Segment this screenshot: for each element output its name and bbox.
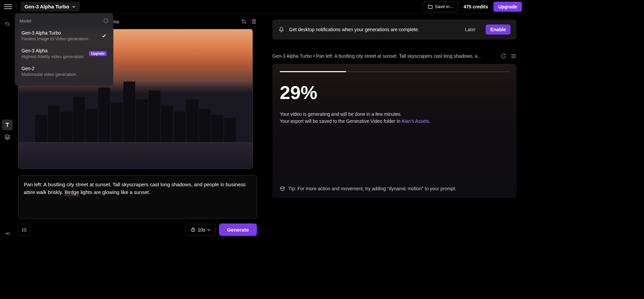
graduation-cap-icon bbox=[280, 186, 285, 191]
svg-rect-2 bbox=[511, 54, 516, 55]
model-option-gen2[interactable]: Gen-2 Multimodal video generation. bbox=[19, 63, 109, 80]
upgrade-button[interactable]: Upgrade bbox=[493, 2, 522, 12]
tip-row: Tip: For more action and movement, try a… bbox=[280, 186, 456, 191]
undo-button[interactable] bbox=[2, 19, 13, 30]
tip-text: Tip: For more action and movement, try a… bbox=[288, 186, 456, 191]
refresh-icon[interactable] bbox=[500, 53, 506, 59]
generate-button[interactable]: Generate bbox=[219, 223, 257, 236]
chevron-down-icon bbox=[72, 5, 76, 9]
collapse-button[interactable] bbox=[2, 228, 13, 239]
layers-icon bbox=[4, 134, 10, 140]
model-option-title: Gen-3 Alpha bbox=[21, 48, 89, 53]
progress-line2-post: . bbox=[429, 118, 431, 124]
generation-title: Gen-3 Alpha Turbo • Pan left: A bustling… bbox=[272, 53, 496, 59]
enable-button[interactable]: Enable bbox=[486, 24, 511, 35]
check-icon bbox=[101, 33, 107, 39]
duration-selector[interactable]: 10s bbox=[185, 224, 216, 236]
model-option-desc: Highest-fidelity video generation. bbox=[21, 54, 89, 59]
svg-rect-4 bbox=[511, 57, 516, 58]
progress-line1: Your video is generating and will be don… bbox=[280, 111, 509, 118]
folder-icon bbox=[428, 4, 433, 9]
progress-line2-pre: Your export will be saved to the Generat… bbox=[280, 118, 401, 124]
model-option-desc: Fastest Image to Video generation. bbox=[21, 36, 101, 41]
prompt-input[interactable]: Pan left: A bustling city street at suns… bbox=[18, 175, 257, 219]
menu-button[interactable] bbox=[4, 3, 12, 11]
dropdown-header-label: Model bbox=[19, 18, 31, 23]
model-option-gen3-turbo[interactable]: Gen-3 Alpha Turbo Fastest Image to Video… bbox=[19, 28, 109, 44]
notification-banner: Get desktop notifications when your gene… bbox=[272, 19, 517, 40]
text-prompt-tab[interactable] bbox=[2, 119, 13, 130]
info-icon[interactable] bbox=[103, 18, 109, 23]
bell-icon bbox=[278, 27, 284, 33]
duration-label: 10s bbox=[198, 227, 205, 233]
model-option-gen3-alpha[interactable]: Gen-3 Alpha Highest-fidelity video gener… bbox=[19, 45, 109, 62]
progress-card: 29% Your video is generating and will be… bbox=[272, 64, 517, 198]
text-icon bbox=[4, 122, 10, 128]
progress-bar bbox=[280, 71, 509, 72]
model-dropdown: Model Gen-3 Alpha Turbo Fastest Image to… bbox=[15, 13, 113, 86]
left-rail bbox=[0, 13, 15, 244]
model-option-desc: Multimodal video generation. bbox=[21, 72, 107, 77]
trash-icon[interactable] bbox=[251, 18, 257, 24]
chevron-down-icon bbox=[207, 228, 211, 232]
undo-icon bbox=[4, 21, 10, 27]
save-in-label: Save in... bbox=[435, 4, 453, 9]
progress-message: Your video is generating and will be don… bbox=[280, 111, 509, 125]
crop-icon[interactable] bbox=[241, 18, 247, 24]
progress-percent: 29% bbox=[280, 82, 509, 103]
model-option-title: Gen-2 bbox=[21, 66, 107, 71]
progress-bar-fill bbox=[280, 71, 346, 72]
save-in-button[interactable]: Save in... bbox=[423, 1, 458, 12]
svg-rect-3 bbox=[511, 56, 516, 56]
notification-text: Get desktop notifications when your gene… bbox=[289, 27, 455, 32]
model-name: Gen-3 Alpha Turbo bbox=[24, 4, 69, 9]
prompt-text: Pan left: A bustling city street at suns… bbox=[24, 181, 251, 196]
credits-display: 475 credits bbox=[461, 4, 491, 9]
stopwatch-icon bbox=[191, 227, 196, 232]
assets-link[interactable]: Alan's Assets bbox=[401, 118, 429, 124]
layers-tab[interactable] bbox=[2, 132, 13, 142]
divider bbox=[16, 3, 16, 10]
collapse-right-icon bbox=[4, 231, 10, 237]
model-selector[interactable]: Gen-3 Alpha Turbo bbox=[20, 2, 80, 11]
settings-button[interactable] bbox=[18, 224, 30, 236]
upgrade-badge: Upgrade bbox=[89, 51, 107, 56]
later-button[interactable]: Later bbox=[460, 24, 481, 35]
sliders-icon bbox=[21, 227, 27, 233]
more-icon[interactable] bbox=[511, 53, 517, 59]
model-option-title: Gen-3 Alpha Turbo bbox=[21, 30, 101, 36]
